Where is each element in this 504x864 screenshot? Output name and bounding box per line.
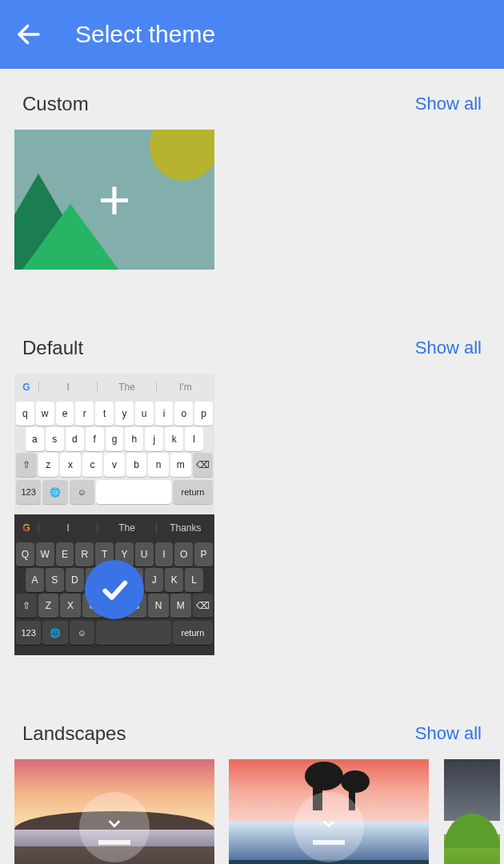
- key-row: 123 🌐 ☺ return: [14, 618, 214, 647]
- section-title-landscapes: Landscapes: [22, 722, 126, 745]
- key: k: [165, 427, 183, 451]
- key: S: [46, 568, 64, 592]
- key-row: q w e r t y u i o p: [14, 401, 214, 426]
- key: i: [155, 402, 174, 426]
- key: x: [60, 453, 81, 477]
- suggestion: I'm: [156, 382, 214, 393]
- page-title: Select theme: [75, 21, 215, 48]
- key: l: [185, 427, 203, 451]
- emoji-icon: ☺: [70, 480, 94, 504]
- key: q: [16, 402, 34, 426]
- shift-icon: ⇧: [16, 453, 37, 477]
- spacebar: [96, 480, 171, 504]
- key: n: [148, 453, 169, 477]
- key: r: [75, 402, 94, 426]
- backspace-icon: ⌫: [193, 594, 214, 618]
- key: z: [38, 453, 59, 477]
- globe-icon: 🌐: [42, 621, 67, 645]
- section-header-landscapes: Landscapes Show all: [0, 687, 504, 759]
- key: R: [75, 542, 94, 566]
- plus-icon: +: [98, 168, 131, 232]
- key: e: [56, 402, 74, 426]
- suggestion: Thanks: [156, 522, 214, 534]
- key: I: [155, 542, 174, 566]
- download-icon: [79, 792, 150, 862]
- key: Z: [38, 594, 59, 618]
- key: u: [135, 402, 154, 426]
- globe-icon: 🌐: [42, 480, 67, 504]
- key: w: [36, 402, 54, 426]
- shift-icon: ⇧: [16, 594, 37, 618]
- app-bar: Select theme: [0, 0, 504, 69]
- key-row: a s d f g h j k l: [14, 426, 214, 452]
- key: g: [106, 427, 124, 451]
- key: b: [126, 453, 147, 477]
- section-title-custom: Custom: [22, 93, 89, 115]
- key: N: [148, 594, 169, 618]
- key: A: [26, 568, 44, 592]
- suggestion: The: [97, 522, 155, 534]
- key: U: [135, 542, 154, 566]
- key: s: [46, 427, 64, 451]
- suggestion-bar: G I The Thanks: [14, 514, 214, 542]
- key: Q: [16, 542, 34, 566]
- suggestion: The: [97, 382, 155, 393]
- suggestion: I: [38, 522, 97, 534]
- key: K: [165, 568, 183, 592]
- numeric-key: 123: [16, 480, 41, 504]
- key: f: [86, 427, 104, 451]
- show-all-landscapes[interactable]: Show all: [415, 723, 482, 744]
- download-icon: [294, 792, 364, 862]
- emoji-icon: ☺: [70, 621, 94, 645]
- key: t: [95, 402, 114, 426]
- key: v: [104, 453, 125, 477]
- key-row: ⇧ z x c v b n m ⌫: [14, 452, 214, 478]
- backspace-icon: ⌫: [193, 453, 214, 477]
- key: E: [56, 542, 74, 566]
- key: W: [36, 542, 54, 566]
- google-g-icon: G: [14, 382, 38, 393]
- key: c: [82, 453, 103, 477]
- key: M: [170, 594, 191, 618]
- spacebar: [96, 621, 171, 645]
- key: X: [60, 594, 81, 618]
- show-all-custom[interactable]: Show all: [415, 94, 482, 114]
- section-header-default: Default Show all: [0, 302, 504, 374]
- key: J: [145, 568, 163, 592]
- theme-dark-keyboard[interactable]: G I The Thanks Q W E R T Y U I O P A S D…: [14, 514, 214, 655]
- theme-landscape-green-hills[interactable]: [444, 759, 500, 864]
- add-custom-theme[interactable]: +: [14, 130, 214, 270]
- suggestion: I: [38, 382, 97, 393]
- key: j: [145, 427, 163, 451]
- key: P: [194, 542, 213, 566]
- back-icon[interactable]: [14, 20, 43, 49]
- key: D: [66, 568, 84, 592]
- show-all-default[interactable]: Show all: [415, 338, 482, 358]
- theme-landscape-pink-river[interactable]: [229, 759, 429, 864]
- key: p: [194, 402, 213, 426]
- key: L: [185, 568, 203, 592]
- key: O: [174, 542, 193, 566]
- key: h: [125, 427, 143, 451]
- key: o: [174, 402, 193, 426]
- return-key: return: [173, 480, 213, 504]
- theme-landscape-sunset-beach[interactable]: [14, 759, 214, 864]
- section-title-default: Default: [22, 337, 83, 359]
- key: y: [115, 402, 134, 426]
- return-key: return: [173, 621, 213, 645]
- checkmark-icon: [85, 560, 144, 619]
- numeric-key: 123: [16, 621, 41, 645]
- tree-shape: [341, 770, 370, 793]
- theme-light-keyboard[interactable]: G I The I'm q w e r t y u i o p a s d f …: [14, 374, 214, 514]
- section-header-custom: Custom Show all: [0, 69, 504, 130]
- suggestion-bar: G I The I'm: [14, 374, 214, 401]
- google-g-icon: G: [14, 522, 38, 534]
- key-row: 123 🌐 ☺ return: [14, 478, 214, 506]
- sun-shape: [150, 130, 214, 181]
- key: a: [26, 427, 44, 451]
- key: d: [66, 427, 84, 451]
- key: m: [170, 453, 191, 477]
